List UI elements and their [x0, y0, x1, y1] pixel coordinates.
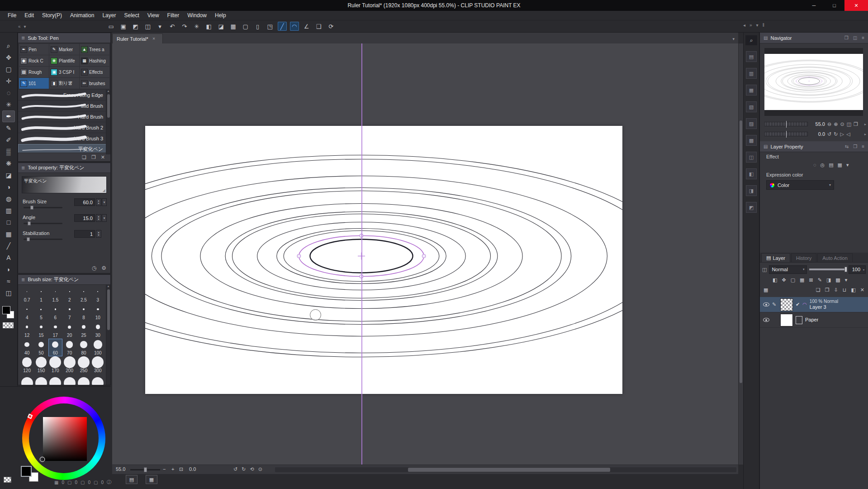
erase-icon[interactable]: ◪	[217, 22, 226, 31]
material-tab-10[interactable]: ◩	[746, 202, 757, 213]
delete-subtool-icon[interactable]: ✕	[101, 154, 105, 160]
brush-item-hard-brush[interactable]: Hard Brush	[18, 111, 110, 122]
brush-size-7[interactable]: 7	[62, 303, 76, 321]
horizontal-scrollbar[interactable]	[275, 467, 736, 472]
toolbar-overflow-arrow-3[interactable]: ‖	[763, 23, 764, 28]
panel-menu-icon[interactable]: ≡	[862, 35, 864, 40]
decoration-tool[interactable]: ❋	[2, 158, 15, 169]
maximize-button[interactable]: □	[824, 0, 844, 11]
param-value[interactable]: 15.0	[74, 214, 95, 222]
blend-tool[interactable]: ◑	[2, 181, 15, 193]
layer-row-paper[interactable]: Paper	[760, 312, 868, 328]
subtool-group-pen[interactable]: ✒Pen	[19, 44, 49, 55]
brush-size-40[interactable]: 40	[20, 339, 34, 356]
zoom-100-icon[interactable]: ⊙	[840, 121, 844, 127]
reset-view-icon[interactable]: ⊙	[258, 466, 262, 472]
brush-size-3[interactable]: 3	[91, 286, 105, 303]
expand-handle-icon[interactable]: ◢	[103, 188, 105, 192]
main-color-swatch[interactable]	[21, 466, 32, 477]
menu-help[interactable]: Help	[211, 11, 230, 19]
add-subtool-icon[interactable]: ❏	[82, 154, 86, 160]
airbrush-tool[interactable]: ▒	[2, 146, 15, 158]
param-slider[interactable]	[24, 207, 62, 208]
brush-size-scrollbar[interactable]: ▲	[106, 285, 110, 385]
fit-to-screen-icon[interactable]: ◫	[847, 121, 851, 127]
grid-toggle-button[interactable]: ▦	[146, 475, 157, 484]
param-value[interactable]: 1	[74, 230, 95, 238]
rotate-right-icon[interactable]: ↻	[242, 466, 246, 472]
clear-icon[interactable]: ✳	[192, 22, 201, 31]
selection-tool[interactable]: ◌	[2, 87, 15, 99]
menu-edit[interactable]: Edit	[20, 11, 38, 19]
material-search-icon[interactable]: ⌕	[745, 35, 757, 45]
light-table-tool[interactable]: ◫	[2, 287, 15, 299]
symmetry-ruler-line[interactable]	[361, 43, 362, 465]
clip-to-layer-icon[interactable]: ▢	[791, 277, 795, 283]
close-button[interactable]: ✕	[844, 0, 868, 11]
popout-icon[interactable]: ❐	[844, 35, 849, 40]
scroll-up-icon[interactable]: ▲	[107, 285, 110, 288]
popout-icon[interactable]: ❐	[853, 144, 857, 149]
panel-menu-icon[interactable]: ≣	[21, 277, 25, 282]
deselect-icon[interactable]: ▯	[253, 22, 262, 31]
color-picker-handle[interactable]	[40, 457, 45, 462]
new-layer-icon[interactable]: ❏	[816, 287, 821, 293]
brush-size-70[interactable]: 70	[62, 339, 76, 356]
subtool-group-3-csp-i[interactable]: ▣3 CSP I	[49, 67, 79, 77]
eraser-tool[interactable]: ◪	[2, 169, 15, 181]
brush-size-120[interactable]: 120	[20, 356, 34, 374]
navigator-zoom-slider[interactable]	[764, 122, 808, 126]
refresh-icon[interactable]: ⟳	[327, 22, 336, 31]
rotate-left-icon[interactable]: ↺	[233, 466, 237, 472]
subtool-list-scrollbar[interactable]: ▲	[106, 90, 110, 154]
brush-item-hard-brush-3[interactable]: Hard Brush 3	[18, 133, 110, 144]
workspace-grid-icon[interactable]: ▦	[54, 480, 58, 485]
toolbar-overflow-arrow-2[interactable]: ▾	[756, 23, 759, 28]
layer-row-layer-3[interactable]: ✎✔◠100 % NormalLayer 3	[760, 297, 868, 312]
timeline-toggle-button[interactable]: ▤	[126, 475, 138, 484]
canvas-viewport[interactable]	[112, 43, 738, 465]
snap-to-ruler-icon[interactable]: ╱	[278, 22, 287, 31]
layer-visibility-icon[interactable]	[763, 318, 769, 322]
toolbar-nav-arrow-0[interactable]: «	[18, 24, 21, 29]
brush-size-extra[interactable]	[20, 374, 34, 385]
material-tab-7[interactable]: ◫	[746, 152, 757, 163]
menu-window[interactable]: Window	[183, 11, 211, 19]
material-tab-3[interactable]: ▦	[746, 85, 757, 96]
menu-filter[interactable]: Filter	[163, 11, 184, 19]
pen-tool[interactable]: ✒	[2, 110, 15, 122]
dock-icon[interactable]: ◫	[853, 35, 857, 40]
brush-size-150[interactable]: 150	[34, 356, 48, 374]
material-tab-6[interactable]: ▩	[746, 135, 757, 146]
layer-visibility-icon[interactable]	[763, 302, 769, 307]
fit-to-window-icon[interactable]: ❐	[854, 121, 858, 127]
gradient-tool[interactable]: ▥	[2, 205, 15, 216]
export-icon[interactable]: ◫	[143, 22, 152, 31]
tab-list-icon[interactable]: ▾	[732, 37, 735, 41]
brush-size-extra[interactable]	[34, 374, 48, 385]
expression-color-dropdown[interactable]: Color ▾	[766, 180, 834, 190]
ruler-tool[interactable]: ╱	[2, 240, 15, 252]
param-spinner[interactable]: ▴▾	[96, 214, 101, 222]
delete-layer-icon[interactable]: ✕	[860, 287, 864, 293]
panel-menu-icon[interactable]: ≣	[21, 35, 25, 40]
tone-effect-icon[interactable]: ◎	[821, 162, 825, 168]
lock-transparent-icon[interactable]: ✎	[818, 277, 822, 283]
saturation-value-square[interactable]	[43, 417, 87, 461]
rotate-left-icon[interactable]: ↺	[827, 131, 831, 137]
brush-size-20[interactable]: 20	[62, 321, 76, 339]
param-slider-handle[interactable]	[28, 221, 31, 225]
blend-mode-select[interactable]: Normal ▾	[769, 265, 807, 274]
param-dropdown-icon[interactable]: ▾	[102, 198, 107, 206]
brush-tool[interactable]: ✐	[2, 134, 15, 146]
open-file-icon[interactable]: ▣	[119, 22, 128, 31]
param-spinner[interactable]: ▴▾	[96, 198, 101, 206]
subtool-group-brushes[interactable]: ✏brushes	[80, 78, 109, 89]
snap-to-special-ruler-icon[interactable]: ◠	[290, 22, 299, 31]
material-tab-5[interactable]: ▨	[746, 118, 757, 129]
layer-thumbnail[interactable]	[780, 298, 793, 311]
reset-rotation-icon[interactable]: ⟲	[250, 466, 254, 472]
brush-size-extra[interactable]	[62, 374, 76, 385]
advanced-settings-icon[interactable]: ⚙	[101, 265, 106, 271]
merge-down-icon[interactable]: ⊔	[843, 287, 847, 293]
